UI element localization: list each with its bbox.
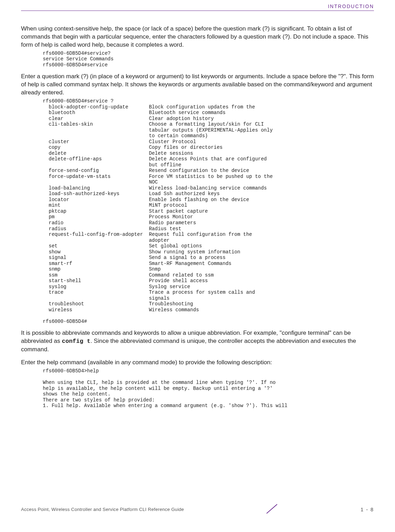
header-divider — [21, 11, 374, 11]
inline-code-config-t: config t — [62, 338, 91, 345]
code-block-3: rfs6000-6DB5D4>help When using the CLI, … — [43, 368, 374, 409]
page-footer: Access Point, Wireless Controller and Se… — [21, 504, 374, 515]
footer-page-number: 1 - 8 — [360, 507, 374, 512]
svg-line-0 — [267, 504, 277, 513]
page-section-header: INTRODUCTION — [21, 4, 374, 11]
footer-slash-icon — [258, 504, 286, 515]
paragraph-1: When using context-sensitive help, the s… — [21, 25, 374, 49]
footer-title: Access Point, Wireless Controller and Se… — [21, 507, 184, 512]
paragraph-2: Enter a question mark (?) (in place of a… — [21, 73, 374, 97]
paragraph-3: It is possible to abbreviate commands an… — [21, 329, 374, 354]
paragraph-4: Enter the help command (available in any… — [21, 359, 374, 367]
code-block-1: rfs6000-6DB5D4#service? service Service … — [43, 51, 374, 68]
code-block-2: rfs6000-6DB5D4#service ? block-adopter-c… — [43, 98, 374, 324]
